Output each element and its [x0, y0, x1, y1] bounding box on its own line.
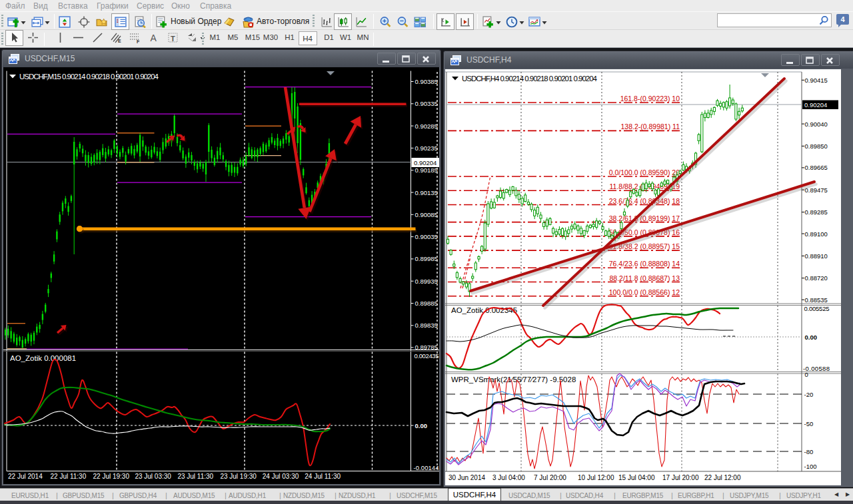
svg-text:E: E	[118, 39, 121, 43]
svg-text:23 Jul 11:30: 23 Jul 11:30	[177, 473, 213, 480]
svg-text:22 Jul 11:30: 22 Jul 11:30	[51, 473, 87, 480]
svg-text:-50: -50	[804, 420, 814, 427]
svg-text:0.88535: 0.88535	[805, 296, 828, 304]
svg-text:0.90085: 0.90085	[415, 211, 438, 218]
svg-text:161.8-(0.90223) 10: 161.8-(0.90223) 10	[620, 95, 680, 103]
svg-text:0.89850: 0.89850	[805, 142, 828, 150]
svg-text:0.90135: 0.90135	[415, 189, 438, 196]
svg-text:76.4/23.6 (0.88808) 14: 76.4/23.6 (0.88808) 14	[609, 260, 680, 268]
svg-text:0.90204: 0.90204	[414, 159, 436, 166]
svg-text:-20: -20	[804, 391, 814, 398]
svg-text:7 Jul 20:00: 7 Jul 20:00	[534, 474, 566, 481]
svg-text:88.2/11.8 (0.88687) 13: 88.2/11.8 (0.88687) 13	[610, 274, 680, 282]
svg-text:15 Jul 04:00: 15 Jul 04:00	[618, 474, 655, 481]
svg-text:0.89885: 0.89885	[415, 300, 438, 307]
svg-text:-80: -80	[804, 448, 814, 455]
svg-text:24 Jul 03:30: 24 Jul 03:30	[263, 473, 299, 480]
svg-text:0.90235: 0.90235	[415, 144, 438, 152]
svg-text:0.90204: 0.90204	[804, 101, 827, 109]
svg-text:0.00: 0.00	[415, 422, 428, 429]
svg-text:-100: -100	[804, 463, 817, 470]
svg-text:100.0/0.0 (0.88566) 12: 100.0/0.0 (0.88566) 12	[609, 288, 680, 296]
svg-text:0.005525: 0.005525	[804, 305, 830, 312]
svg-text:22 Jul 12:00: 22 Jul 12:00	[704, 474, 741, 481]
svg-text:24 Jul 11:30: 24 Jul 11:30	[305, 473, 341, 480]
svg-text:0.0/100.0 (0.89590) 20: 0.0/100.0 (0.89590) 20	[609, 168, 680, 176]
svg-text:0.88720: 0.88720	[805, 274, 828, 282]
svg-text:USDCHF,M15 0.90214 0.90218 0.: USDCHF,M15 0.90214 0.90218 0.90201 0.902…	[19, 73, 159, 81]
svg-text:0.00: 0.00	[805, 334, 818, 341]
svg-text:-0.00144: -0.00144	[414, 464, 439, 471]
svg-text:AO_Zotik 0.000081: AO_Zotik 0.000081	[10, 354, 76, 362]
svg-text:0.89665: 0.89665	[805, 164, 828, 171]
svg-text:WPR_VSmark(21⁄55⁄77⁄277) -9.50: WPR_VSmark(21⁄55⁄77⁄277) -9.5028	[451, 376, 576, 383]
svg-text:0.89285: 0.89285	[805, 208, 828, 216]
svg-text:23.6/76.4 (0.89348) 18: 23.6/76.4 (0.89348) 18	[609, 197, 680, 205]
svg-text:138.2-(0.89981) 11: 138.2-(0.89981) 11	[620, 123, 680, 130]
svg-text:0.002435: 0.002435	[415, 352, 439, 360]
svg-text:3 Jul 04:00: 3 Jul 04:00	[492, 474, 525, 481]
svg-text:T: T	[171, 35, 175, 43]
svg-text:0.90040: 0.90040	[805, 121, 828, 128]
svg-text:10 Jul 12:00: 10 Jul 12:00	[578, 474, 614, 481]
svg-text:0.89835: 0.89835	[415, 322, 438, 329]
svg-text:0.89935: 0.89935	[415, 278, 438, 285]
svg-text:22 Jul 2014: 22 Jul 2014	[8, 473, 43, 480]
svg-text:F: F	[137, 39, 140, 44]
svg-text:0: 0	[805, 371, 808, 378]
svg-text:0.90415: 0.90415	[805, 77, 828, 84]
svg-text:0.90335: 0.90335	[415, 100, 438, 107]
svg-text:USDCHF,H4 0.90214 0.90218 0.9: USDCHF,H4 0.90214 0.90218 0.90201 0.9020…	[462, 75, 598, 83]
svg-text:23 Jul 19:30: 23 Jul 19:30	[220, 473, 257, 480]
svg-text:A: A	[151, 33, 157, 43]
svg-text:22 Jul 19:30: 22 Jul 19:30	[93, 473, 130, 480]
svg-text:23 Jul 03:30: 23 Jul 03:30	[135, 473, 171, 480]
svg-text:30 Jun 2014: 30 Jun 2014	[448, 474, 485, 481]
svg-text:17 Jul 20:00: 17 Jul 20:00	[662, 474, 699, 481]
svg-text:0.89985: 0.89985	[415, 255, 438, 262]
svg-text:0.89100: 0.89100	[805, 230, 828, 238]
svg-text:0.88910: 0.88910	[805, 252, 828, 260]
svg-text:0.90185: 0.90185	[415, 166, 438, 174]
svg-text:0.90385: 0.90385	[415, 78, 438, 85]
svg-text:0.90285: 0.90285	[415, 123, 438, 130]
svg-text:0.89785: 0.89785	[415, 344, 438, 351]
svg-text:0.90035: 0.90035	[415, 233, 438, 240]
